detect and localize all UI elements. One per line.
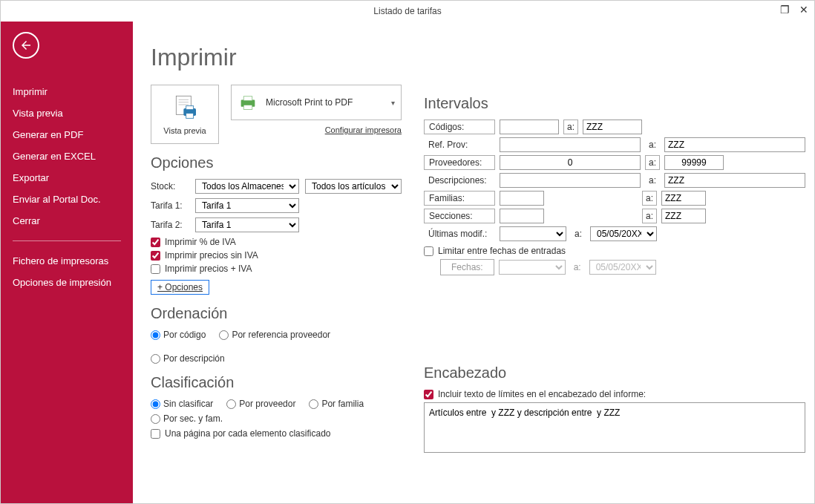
lbl-familias: Familias:: [424, 191, 495, 206]
radio-por-proveedor[interactable]: [226, 399, 236, 409]
page-title: Imprimir: [151, 44, 793, 71]
dropdown-caret-icon: ▾: [391, 99, 395, 107]
tarifa1-select[interactable]: Tarifa 1: [195, 198, 299, 213]
proveedores-from[interactable]: [500, 155, 641, 170]
refprov-from[interactable]: [500, 137, 641, 152]
tarifa2-select[interactable]: Tarifa 1: [195, 217, 299, 232]
descripciones-from[interactable]: [500, 173, 641, 188]
lbl-descripciones: Descripciones:: [424, 173, 495, 188]
chk-limitar-fechas[interactable]: [424, 246, 433, 256]
secciones-to[interactable]: [661, 209, 706, 223]
radio-por-descripcion[interactable]: [151, 354, 160, 364]
codigos-to[interactable]: [583, 120, 642, 134]
nav-generar-pdf[interactable]: Generar en PDF: [13, 124, 121, 145]
chk-sin-iva-label: Imprimir precios sin IVA: [165, 250, 258, 261]
descripciones-to[interactable]: [664, 173, 805, 188]
radio-por-codigo[interactable]: [151, 330, 160, 340]
preview-button[interactable]: Vista previa: [151, 85, 219, 144]
radio-por-proveedor-label: Por proveedor: [239, 399, 295, 409]
chk-incluir-limites[interactable]: [424, 390, 433, 399]
configure-printer-link[interactable]: Configurar impresora: [325, 125, 402, 134]
opciones-heading: Opciones: [151, 154, 402, 171]
a-refprov: a:: [645, 137, 660, 152]
lbl-secciones: Secciones:: [424, 209, 495, 223]
tarifa1-label: Tarifa 1:: [151, 200, 189, 211]
chk-una-pagina[interactable]: [151, 429, 160, 439]
chk-mas-iva[interactable]: [151, 264, 160, 274]
a-familias: a:: [642, 191, 657, 206]
window-maximize-icon[interactable]: ❐: [779, 4, 791, 16]
document-printer-icon: [170, 94, 200, 123]
intervalos-heading: Intervalos: [424, 95, 805, 112]
a-fechas: a:: [570, 260, 585, 275]
svg-rect-8: [243, 96, 252, 101]
radio-por-sec-fam-label: Por sec. y fam.: [163, 413, 223, 424]
nav-separator: [13, 240, 121, 241]
radio-por-familia-label: Por familia: [321, 399, 364, 409]
radio-sin-clasificar-label: Sin clasificar: [163, 399, 213, 409]
arrow-left-icon: [19, 39, 33, 52]
radio-por-sec-fam[interactable]: [151, 414, 160, 424]
familias-from[interactable]: [500, 191, 544, 206]
ultmodif-from[interactable]: [500, 226, 566, 241]
secciones-from[interactable]: [500, 209, 544, 223]
printer-selector[interactable]: Microsoft Print to PDF ▾: [231, 85, 402, 120]
radio-por-familia[interactable]: [309, 399, 318, 409]
proveedores-to[interactable]: [664, 155, 724, 170]
chk-iva-pct-label: Imprimir % de IVA: [165, 237, 236, 247]
encabezado-textarea[interactable]: [424, 402, 805, 453]
printer-name: Microsoft Print to PDF: [266, 97, 353, 108]
nav-vista-previa[interactable]: Vista previa: [13, 102, 121, 124]
chk-limitar-fechas-label: Limitar entre fechas de entradas: [438, 246, 566, 256]
window-title: Listado de tarifas: [373, 6, 441, 16]
ordenacion-heading: Ordenación: [151, 305, 402, 322]
radio-por-ref-prov[interactable]: [219, 330, 229, 340]
chk-mas-iva-label: Imprimir precios + IVA: [165, 264, 252, 274]
a-descripciones: a:: [645, 173, 660, 188]
back-button[interactable]: [13, 32, 39, 59]
chk-iva-pct[interactable]: [151, 238, 160, 247]
a-codigos: a:: [563, 120, 578, 134]
nav-opciones-impresion[interactable]: Opciones de impresión: [13, 272, 121, 293]
radio-por-ref-prov-label: Por referencia proveedor: [232, 330, 330, 340]
a-secciones: a:: [642, 209, 657, 223]
preview-button-label: Vista previa: [163, 126, 206, 135]
radio-sin-clasificar[interactable]: [151, 399, 160, 409]
stock-articulos-select[interactable]: Todos los artículos: [305, 179, 402, 194]
tarifa2-label: Tarifa 2:: [151, 220, 189, 230]
more-options-button[interactable]: + Opciones: [151, 280, 209, 295]
nav-exportar[interactable]: Exportar: [13, 167, 121, 189]
a-proveedores: a:: [645, 155, 660, 170]
nav-generar-excel[interactable]: Generar en EXCEL: [13, 145, 121, 167]
fechas-button[interactable]: Fechas:: [440, 259, 494, 275]
lbl-codigos: Códigos:: [424, 120, 495, 134]
chk-incluir-limites-label: Incluir texto de límites en el encabezad…: [438, 389, 646, 399]
encabezado-heading: Encabezado: [424, 364, 805, 382]
window-close-icon[interactable]: ✕: [798, 4, 810, 16]
radio-por-descripcion-label: Por descripción: [163, 353, 225, 364]
radio-por-codigo-label: Por código: [163, 330, 206, 340]
chk-una-pagina-label: Una página por cada elemento clasificado: [165, 428, 330, 439]
refprov-to[interactable]: [664, 137, 805, 152]
svg-rect-6: [186, 114, 194, 119]
fechas-to[interactable]: 05/05/20XX: [589, 260, 656, 275]
stock-almacen-select[interactable]: Todos los Almacenes: [195, 179, 299, 194]
svg-rect-5: [186, 106, 194, 110]
printer-icon: [238, 92, 258, 113]
codigos-from[interactable]: [500, 120, 559, 134]
nav-fichero-impresoras[interactable]: Fichero de impresoras: [13, 250, 121, 272]
nav-cerrar[interactable]: Cerrar: [13, 210, 121, 232]
clasificacion-heading: Clasificación: [151, 374, 402, 391]
chk-sin-iva[interactable]: [151, 251, 160, 261]
ultmodif-to[interactable]: 05/05/20XX: [590, 226, 657, 241]
nav-enviar-portal[interactable]: Enviar al Portal Doc.: [13, 189, 121, 210]
stock-label: Stock:: [151, 181, 189, 192]
lbl-ultmodif: Últimas modif.:: [424, 226, 495, 241]
a-ultmodif: a:: [571, 226, 586, 241]
svg-rect-9: [243, 105, 252, 110]
nav-imprimir[interactable]: Imprimir: [13, 81, 121, 102]
lbl-refprov: Ref. Prov:: [424, 137, 495, 152]
lbl-proveedores: Proveedores:: [424, 155, 495, 170]
familias-to[interactable]: [661, 191, 706, 206]
fechas-from[interactable]: [499, 260, 566, 275]
